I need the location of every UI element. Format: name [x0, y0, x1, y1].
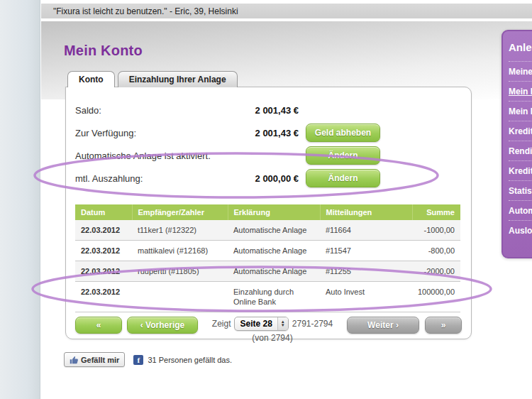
table-header-row: Datum Empfänger/Zahler Erklärung Mitteil…	[75, 204, 460, 220]
cell-empfaenger: mattikalevi (#12168)	[132, 241, 228, 261]
auszahlung-row: mtl. Auszahlung: 2 000,00 € Ändern	[75, 167, 462, 190]
sidebar-item-kreditk[interactable]: Kreditk	[509, 160, 532, 180]
tab-bar: Konto Einzahlung Ihrer Anlage	[67, 71, 240, 87]
stepper-icon: ▲ ▼	[277, 317, 288, 330]
cell-erklaerung: Einzahlung durch Online Bank	[228, 282, 320, 312]
cell-erklaerung: Automatische Anlage	[228, 220, 320, 241]
stepper-down-icon: ▼	[281, 324, 285, 327]
sidebar-header: Anle	[509, 41, 532, 61]
auszahlung-value: 2 000,00 €	[242, 173, 299, 184]
col-empfaenger: Empfänger/Zahler	[132, 204, 228, 220]
saldo-label: Saldo:	[75, 105, 242, 116]
tab-konto[interactable]: Konto	[67, 71, 115, 87]
col-summe: Summe	[412, 204, 460, 220]
auto-anlage-label: Automatische Anlage ist aktiviert.	[75, 151, 242, 161]
pagination-info: Zeigt Seite 28 ▲ ▼ 2791-2794 (von 2794)	[198, 317, 347, 343]
cell-mitteilungen: #11664	[320, 220, 412, 241]
saldo-value: 2 001,43 €	[242, 105, 299, 116]
cell-datum: 22.03.2012	[75, 241, 132, 261]
pagination-prev-button[interactable]: ‹ Vorherige	[127, 317, 198, 334]
tab-einzahlung[interactable]: Einzahlung Ihrer Anlage	[118, 71, 238, 87]
sidebar-item-ausloggen[interactable]: Auslog	[509, 220, 532, 240]
auszahlung-label: mtl. Auszahlung:	[75, 173, 242, 184]
quote-text: "Fixura ist leicht zu benutzen." - Eric,…	[53, 6, 238, 16]
thumbs-up-icon	[70, 356, 78, 364]
table-row: 22.03.2012 t11ker1 (#12322) Automatische…	[75, 220, 460, 241]
col-erklaerung: Erklärung	[228, 204, 320, 220]
quote-bar: "Fixura ist leicht zu benutzen." - Eric,…	[41, 4, 532, 20]
verfuegung-value: 2 001,43 €	[242, 128, 299, 138]
cell-empfaenger: t11ker1 (#12322)	[132, 220, 228, 241]
verfuegung-label: Zur Verfügung:	[75, 128, 242, 138]
col-datum: Datum	[75, 204, 132, 220]
zeigt-label: Zeigt	[212, 319, 231, 329]
saldo-row: Saldo: 2 001,43 €	[75, 99, 462, 121]
cell-empfaenger: ruupertti (#11805)	[132, 261, 228, 282]
range-label: 2791-2794	[292, 319, 333, 329]
pagination-next-button[interactable]: Weiter ›	[347, 317, 419, 334]
table-row: 22.03.2012 ruupertti (#11805) Automatisc…	[75, 261, 460, 282]
cell-summe: -800,00	[412, 241, 460, 261]
transactions-table: Datum Empfänger/Zahler Erklärung Mitteil…	[75, 204, 460, 312]
tab-konto-label: Konto	[79, 75, 104, 84]
sidebar-item-rendit[interactable]: Rendit	[509, 141, 532, 160]
table-row: 22.03.2012 mattikalevi (#12168) Automati…	[75, 241, 460, 261]
like-button-label: Gefällt mir	[81, 356, 119, 364]
page-select-value: Seite 28	[235, 319, 277, 329]
tab-einzahlung-label: Einzahlung Ihrer Anlage	[129, 75, 226, 84]
sidebar-item-kredita[interactable]: Kredita	[509, 121, 532, 141]
geld-abheben-button[interactable]: Geld abheben	[306, 124, 380, 142]
cell-erklaerung: Automatische Anlage	[228, 261, 320, 282]
cell-summe: -1000,00	[412, 220, 460, 241]
pagination-first-button[interactable]: «	[75, 317, 122, 334]
page-select[interactable]: Seite 28 ▲ ▼	[234, 317, 288, 331]
auto-anlage-row: Automatische Anlage ist aktiviert. Änder…	[75, 144, 462, 167]
cell-datum: 22.03.2012	[75, 282, 132, 312]
pagination-last-button[interactable]: »	[425, 317, 462, 334]
table-row: 22.03.2012 Einzahlung durch Online Bank …	[75, 282, 460, 312]
left-margin-strip	[0, 0, 40, 399]
sidebar-item-meine[interactable]: Meine	[509, 61, 532, 81]
verfuegung-row: Zur Verfügung: 2 001,43 € Geld abheben	[75, 121, 462, 144]
like-button[interactable]: Gefällt mir	[64, 352, 125, 367]
investor-sidebar: Anle Meine Mein K Mein P Kredita Rendit …	[501, 30, 532, 258]
paginator: « ‹ Vorherige Zeigt Seite 28 ▲ ▼ 2791-27…	[75, 317, 462, 343]
cell-empfaenger	[132, 282, 228, 312]
cell-datum: 22.03.2012	[75, 261, 132, 282]
col-mitteilungen: Mitteilungen	[320, 204, 412, 220]
sidebar-item-mein-konto[interactable]: Mein K	[509, 81, 532, 101]
cell-summe: 100000,00	[412, 282, 460, 312]
konto-panel: Saldo: 2 001,43 € Zur Verfügung: 2 001,4…	[65, 87, 472, 339]
facebook-icon: f	[133, 355, 143, 365]
cell-mitteilungen: #11255	[320, 261, 412, 282]
aendern-auszahlung-button[interactable]: Ändern	[306, 169, 380, 187]
cell-mitteilungen: #11547	[320, 241, 412, 261]
sidebar-item-mein-p[interactable]: Mein P	[509, 101, 532, 121]
like-count-text: 31 Personen gefällt das.	[148, 356, 232, 364]
cell-erklaerung: Automatische Anlage	[228, 241, 320, 261]
cell-summe: -2000,00	[412, 261, 460, 282]
page-title: Mein Konto	[64, 43, 143, 59]
cell-mitteilungen: Auto Invest	[320, 282, 412, 312]
cell-datum: 22.03.2012	[75, 220, 132, 241]
facebook-row: Gefällt mir f 31 Personen gefällt das.	[64, 352, 232, 367]
aendern-anlage-button[interactable]: Ändern	[306, 146, 380, 165]
total-label: (von 2794)	[252, 333, 292, 343]
sidebar-item-autom[interactable]: Autom	[509, 200, 532, 220]
sidebar-item-statistik[interactable]: Statisti	[509, 180, 532, 200]
